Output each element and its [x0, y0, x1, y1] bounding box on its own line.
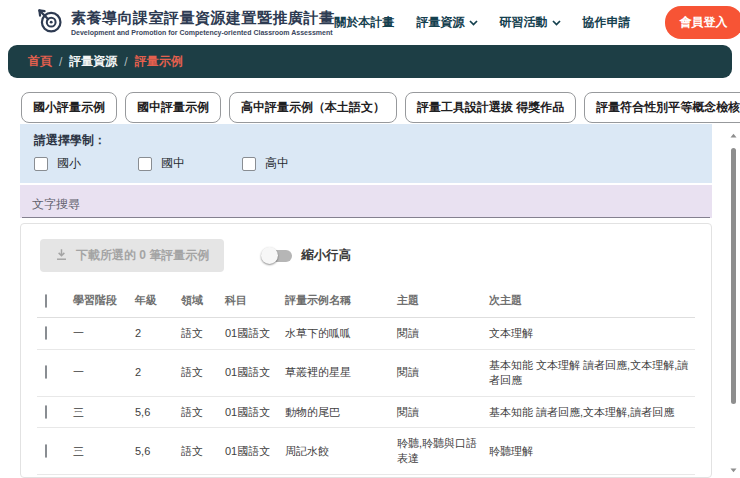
tab-senior-high-examples[interactable]: 高中評量示例（本土語文）	[229, 92, 397, 123]
nav-collaboration[interactable]: 協作申請	[583, 14, 631, 31]
text-search-section	[20, 185, 712, 218]
site-logo[interactable]: 素養導向課室評量資源建置暨推廣計畫 Development and Promot…	[36, 7, 335, 38]
checkbox-icon[interactable]	[138, 157, 152, 171]
breadcrumb-separator: /	[59, 55, 62, 69]
checkbox-icon[interactable]	[242, 157, 256, 171]
row-checkbox[interactable]	[45, 444, 47, 458]
tab-gender-equality-checklist[interactable]: 評量符合性別平等概念檢核表	[584, 92, 740, 123]
toggle-knob[interactable]	[261, 247, 278, 264]
scroll-down-icon[interactable]	[730, 459, 737, 477]
nav-about[interactable]: 關於本計畫	[335, 14, 395, 31]
col-domain: 領域	[177, 284, 221, 318]
scroll-up-icon[interactable]	[730, 124, 737, 142]
breadcrumb-separator: /	[124, 55, 127, 69]
col-grade: 年級	[131, 284, 177, 318]
checkbox-icon[interactable]	[34, 157, 48, 171]
col-subtopic: 次主題	[485, 284, 695, 318]
row-checkbox[interactable]	[45, 326, 47, 340]
site-subtitle: Development and Promotion for Competency…	[71, 29, 335, 36]
filter-label: 請選擇學制：	[34, 132, 698, 149]
examples-table: 學習階段 年級 領域 科目 評量示例名稱 主題 次主題 一 2 語文 01國語文…	[37, 284, 695, 478]
table-row: 三 5,6 語文 01國語文 動物的尾巴 閱讀 基本知能 讀者回應,文本理解,讀…	[37, 396, 695, 428]
scrollbar-thumb[interactable]	[731, 148, 736, 404]
row-checkbox[interactable]	[45, 405, 47, 419]
examples-table-panel: 下載所選的 0 筆評量示例 縮小行高 學習階段 年級 領域 科目 評量示例名稱	[20, 223, 712, 478]
toggle-track[interactable]	[264, 250, 292, 262]
main-nav: 關於本計畫 評量資源 研習活動 協作申請 會員登入	[335, 6, 740, 39]
category-tabs: 國小評量示例 國中評量示例 高中評量示例（本土語文） 評量工具設計選拔 得獎作品…	[0, 78, 740, 123]
checkbox-elementary[interactable]: 國小	[34, 155, 138, 172]
text-search-input[interactable]	[22, 185, 710, 218]
col-subject: 科目	[221, 284, 281, 318]
download-selected-button[interactable]: 下載所選的 0 筆評量示例	[40, 239, 224, 272]
school-level-filter: 請選擇學制： 國小 國中 高中	[20, 124, 712, 183]
top-header: 素養導向課室評量資源建置暨推廣計畫 Development and Promot…	[0, 0, 740, 42]
table-toolbar: 下載所選的 0 筆評量示例 縮小行高	[37, 237, 695, 284]
breadcrumb-home[interactable]: 首頁	[28, 53, 52, 70]
tab-award-works[interactable]: 評量工具設計選拔 得獎作品	[405, 92, 576, 123]
toggle-label: 縮小行高	[301, 247, 351, 264]
site-title: 素養導向課室評量資源建置暨推廣計畫	[71, 9, 335, 28]
vertical-scrollbar[interactable]	[728, 124, 739, 477]
col-topic: 主題	[393, 284, 485, 318]
col-name: 評量示例名稱	[281, 284, 393, 318]
member-login-button[interactable]: 會員登入	[665, 6, 740, 39]
chevron-down-icon	[552, 15, 561, 29]
breadcrumb-current: 評量示例	[135, 53, 183, 70]
nav-workshops[interactable]: 研習活動	[500, 14, 561, 31]
tab-elementary-examples[interactable]: 國小評量示例	[21, 92, 117, 123]
checkbox-senior-high[interactable]: 高中	[242, 155, 346, 172]
target-bullseye-icon	[36, 7, 63, 38]
table-row: 一 2 語文 01國語文 草叢裡的星星 閱讀 基本知能 文本理解 讀者回應,文本…	[37, 349, 695, 396]
breadcrumb: 首頁 / 評量資源 / 評量示例	[8, 45, 732, 78]
content-area: 請選擇學制： 國小 國中 高中	[20, 124, 712, 478]
breadcrumb-resources[interactable]: 評量資源	[69, 53, 117, 70]
download-icon	[55, 248, 68, 264]
scrollbar-track[interactable]	[728, 142, 739, 459]
table-row: 三 5,6 語文 01國語文 新冠肺炎對我生活的改變 寫作 文字格式,立意取材,…	[37, 475, 695, 478]
col-stage: 學習階段	[69, 284, 131, 318]
tab-junior-high-examples[interactable]: 國中評量示例	[125, 92, 221, 123]
nav-assessment-resources[interactable]: 評量資源	[417, 14, 478, 31]
chevron-down-icon	[469, 15, 478, 29]
select-all-checkbox[interactable]	[45, 294, 47, 308]
checkbox-junior-high[interactable]: 國中	[138, 155, 242, 172]
table-row: 三 5,6 語文 01國語文 周記水餃 聆聽,聆聽與口語表達 聆聽理解	[37, 428, 695, 475]
table-row: 一 2 語文 01國語文 水草下的呱呱 閱讀 文本理解	[37, 318, 695, 350]
row-checkbox[interactable]	[45, 365, 47, 379]
compact-rows-toggle[interactable]: 縮小行高	[264, 247, 351, 264]
table-header-row: 學習階段 年級 領域 科目 評量示例名稱 主題 次主題	[37, 284, 695, 318]
